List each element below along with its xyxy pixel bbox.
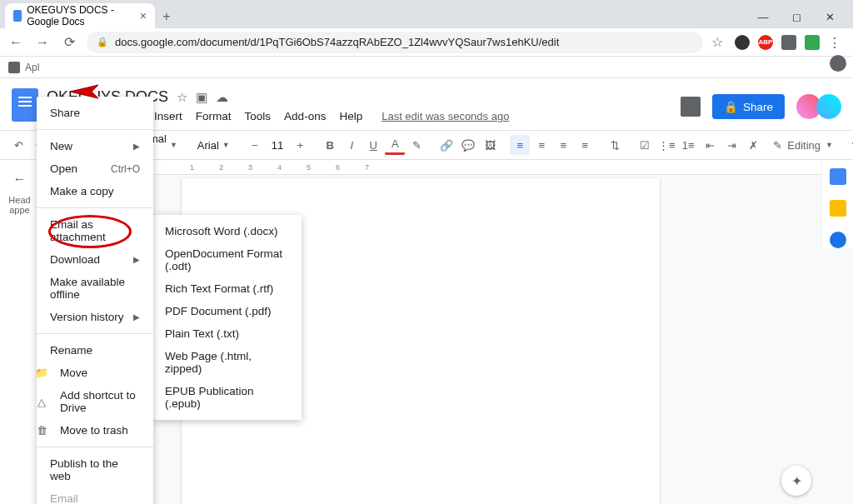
maximize-button[interactable]: ◻ bbox=[785, 11, 808, 23]
extension-icon[interactable] bbox=[805, 35, 820, 50]
download-docx[interactable]: Microsoft Word (.docx) bbox=[153, 220, 302, 242]
download-html[interactable]: Web Page (.html, zipped) bbox=[153, 345, 302, 380]
bookmarks-bar: Apl bbox=[0, 57, 853, 78]
url-field[interactable]: 🔒 docs.google.com/document/d/1PqTGi6ObS7… bbox=[87, 32, 703, 53]
drive-icon: △ bbox=[35, 395, 48, 408]
line-spacing-button[interactable]: ⇅ bbox=[605, 135, 625, 155]
extension-icon[interactable] bbox=[735, 35, 750, 50]
adblock-icon[interactable]: ABP bbox=[758, 35, 773, 50]
share-label: Share bbox=[743, 101, 773, 113]
download-epub[interactable]: EPUB Publication (.epub) bbox=[153, 380, 302, 415]
align-center-button[interactable]: ≡ bbox=[531, 135, 551, 155]
insert-comment-button[interactable]: 💬 bbox=[458, 135, 478, 155]
menu-download[interactable]: Download▶ bbox=[37, 248, 153, 271]
avatar[interactable] bbox=[816, 94, 841, 119]
apps-icon[interactable] bbox=[8, 62, 20, 73]
undo-button[interactable]: ↶ bbox=[8, 135, 28, 155]
keep-icon[interactable] bbox=[830, 200, 846, 217]
star-icon[interactable]: ☆ bbox=[711, 34, 723, 50]
bold-button[interactable]: B bbox=[320, 135, 340, 155]
collapse-toolbar-button[interactable]: ⌃ bbox=[850, 139, 853, 152]
insert-image-button[interactable]: 🖼 bbox=[480, 135, 500, 155]
cloud-status-icon[interactable]: ☁ bbox=[216, 90, 228, 105]
download-odt[interactable]: OpenDocument Format (.odt) bbox=[153, 242, 302, 277]
url-text: docs.google.com/document/d/1PqTGi6ObS74a… bbox=[115, 36, 559, 48]
menu-version-history[interactable]: Version history▶ bbox=[37, 306, 153, 328]
numbered-list-button[interactable]: 1≡ bbox=[678, 135, 698, 155]
browser-tab[interactable]: OKEGUYS DOCS - Google Docs × bbox=[5, 3, 155, 28]
menu-move-trash[interactable]: 🗑Move to trash bbox=[37, 419, 153, 442]
trash-icon: 🗑 bbox=[35, 424, 48, 437]
calendar-icon[interactable] bbox=[830, 168, 846, 185]
menu-insert[interactable]: Insert bbox=[148, 107, 188, 125]
back-button[interactable]: ← bbox=[7, 33, 25, 52]
move-document-icon[interactable]: ▣ bbox=[196, 90, 207, 105]
address-bar: ← → ⟳ 🔒 docs.google.com/document/d/1PqTG… bbox=[0, 28, 853, 57]
explore-button[interactable]: ✦ bbox=[781, 466, 811, 496]
comments-icon[interactable] bbox=[681, 97, 701, 117]
share-button[interactable]: 🔒 Share bbox=[712, 94, 785, 119]
google-account-icon[interactable] bbox=[830, 55, 846, 72]
font-size-decrease[interactable]: − bbox=[245, 135, 265, 155]
file-menu-dropdown: Share New▶ OpenCtrl+O Make a copy Email … bbox=[37, 97, 153, 504]
increase-indent-button[interactable]: ⇥ bbox=[721, 135, 741, 155]
menu-add-shortcut[interactable]: △Add shortcut to Drive bbox=[37, 384, 153, 419]
forward-button[interactable]: → bbox=[33, 33, 52, 52]
menu-publish[interactable]: Publish to the web bbox=[37, 452, 153, 487]
star-document-icon[interactable]: ☆ bbox=[177, 90, 187, 105]
insert-link-button[interactable]: 🔗 bbox=[436, 135, 456, 155]
outline-hint: Head appe bbox=[0, 195, 39, 215]
last-edit-link[interactable]: Last edit was seconds ago bbox=[382, 110, 509, 122]
folder-icon: 📁 bbox=[35, 367, 48, 380]
download-submenu: Microsoft Word (.docx) OpenDocument Form… bbox=[153, 215, 302, 420]
menu-email-attachment[interactable]: Email as attachment bbox=[37, 213, 153, 248]
tasks-icon[interactable] bbox=[830, 232, 846, 248]
menu-help[interactable]: Help bbox=[333, 107, 368, 125]
new-tab-button[interactable]: + bbox=[155, 5, 178, 28]
horizontal-ruler[interactable]: 1234567 bbox=[40, 160, 821, 175]
decrease-indent-button[interactable]: ⇤ bbox=[700, 135, 720, 155]
close-window-button[interactable]: ✕ bbox=[818, 11, 841, 23]
clear-formatting-button[interactable]: ✗ bbox=[743, 135, 763, 155]
menu-addons[interactable]: Add-ons bbox=[278, 107, 332, 125]
docs-favicon-icon bbox=[13, 10, 22, 22]
font-size-increase[interactable]: + bbox=[290, 135, 310, 155]
pencil-icon: ✎ bbox=[773, 139, 782, 152]
extensions-puzzle-icon[interactable] bbox=[781, 35, 796, 50]
italic-button[interactable]: I bbox=[342, 135, 362, 155]
minimize-button[interactable]: — bbox=[751, 11, 775, 23]
google-docs-logo-icon[interactable] bbox=[12, 88, 38, 122]
underline-button[interactable]: U bbox=[363, 135, 383, 155]
menu-move[interactable]: 📁Move bbox=[37, 362, 153, 384]
menu-email-collaborators: Email collaborators bbox=[37, 487, 153, 504]
reload-button[interactable]: ⟳ bbox=[60, 33, 78, 52]
download-pdf[interactable]: PDF Document (.pdf) bbox=[153, 300, 302, 322]
menu-format[interactable]: Format bbox=[190, 107, 237, 125]
outline-toggle-icon[interactable]: ← bbox=[13, 172, 27, 187]
menu-make-copy[interactable]: Make a copy bbox=[37, 180, 153, 202]
menu-share[interactable]: Share bbox=[37, 102, 153, 124]
editing-mode-button[interactable]: ✎ Editing ▼ bbox=[765, 136, 841, 155]
align-justify-button[interactable]: ≡ bbox=[575, 135, 595, 155]
menu-make-available-offline[interactable]: Make available offline bbox=[37, 271, 153, 306]
font-size-input[interactable]: 11 bbox=[267, 139, 288, 152]
bookmark-apps-label[interactable]: Apl bbox=[25, 62, 39, 73]
text-color-button[interactable]: A bbox=[385, 135, 405, 155]
close-tab-icon[interactable]: × bbox=[140, 9, 147, 22]
extension-icons: ABP ⋮ bbox=[731, 35, 846, 50]
align-right-button[interactable]: ≡ bbox=[553, 135, 573, 155]
lock-icon: 🔒 bbox=[97, 37, 108, 47]
bulleted-list-button[interactable]: ⋮≡ bbox=[656, 135, 676, 155]
lock-share-icon: 🔒 bbox=[724, 100, 738, 113]
chrome-menu-icon[interactable]: ⋮ bbox=[828, 35, 843, 50]
align-left-button[interactable]: ≡ bbox=[510, 135, 530, 155]
menu-rename[interactable]: Rename bbox=[37, 339, 153, 362]
menu-tools[interactable]: Tools bbox=[239, 107, 277, 125]
checklist-button[interactable]: ☑ bbox=[635, 135, 655, 155]
menu-new[interactable]: New▶ bbox=[37, 135, 153, 157]
menu-open[interactable]: OpenCtrl+O bbox=[37, 157, 153, 180]
font-select[interactable]: Arial▼ bbox=[192, 139, 235, 152]
download-rtf[interactable]: Rich Text Format (.rtf) bbox=[153, 277, 302, 300]
highlight-button[interactable]: ✎ bbox=[407, 135, 426, 155]
download-txt[interactable]: Plain Text (.txt) bbox=[153, 322, 302, 345]
